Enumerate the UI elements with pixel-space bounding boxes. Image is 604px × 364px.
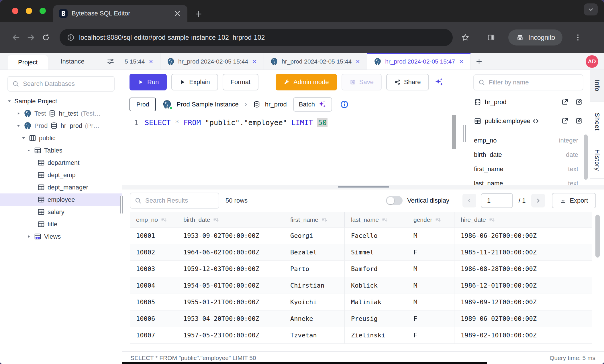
admin-mode-button[interactable]: Admin mode: [276, 74, 337, 90]
format-button[interactable]: Format: [223, 74, 259, 90]
instance-name[interactable]: Prod Sample Instance: [177, 101, 238, 108]
splitter-grip[interactable]: [463, 125, 466, 142]
tab-history[interactable]: History: [590, 142, 604, 179]
sort-icon[interactable]: [213, 217, 219, 223]
export-button[interactable]: Export: [552, 193, 596, 208]
splitter-grip[interactable]: [338, 186, 389, 188]
filter-by-name-input[interactable]: Filter by name: [473, 74, 583, 90]
close-window-button[interactable]: [12, 8, 18, 14]
external-link-icon[interactable]: [561, 98, 569, 106]
sidebar-filter-button[interactable]: [107, 58, 115, 66]
table-cell: 10001: [130, 228, 177, 244]
column-header[interactable]: birth_date: [177, 212, 284, 228]
browser-menu-button[interactable]: [570, 30, 585, 45]
next-page-button[interactable]: [531, 194, 545, 207]
back-button[interactable]: [9, 30, 23, 45]
address-bar[interactable]: localhost:8080/sql-editor/prod-sample-in…: [60, 29, 453, 46]
tab-sheet[interactable]: Sheet: [590, 102, 604, 142]
sort-icon[interactable]: [321, 217, 328, 223]
code-icon[interactable]: [532, 117, 540, 125]
search-results-input[interactable]: Search Results: [130, 193, 219, 209]
zoom-window-button[interactable]: [40, 8, 46, 14]
bookmark-button[interactable]: [458, 30, 473, 45]
column-header[interactable]: emp_no: [130, 212, 177, 228]
close-tab-icon[interactable]: [173, 9, 182, 18]
edit-icon[interactable]: [575, 98, 583, 106]
minimize-window-button[interactable]: [26, 8, 32, 14]
column-row[interactable]: birth_datedate: [467, 148, 590, 162]
side-panel-button[interactable]: [484, 30, 499, 45]
vertical-display-toggle[interactable]: [386, 196, 403, 205]
database-row[interactable]: hr_prod: [467, 93, 590, 111]
browser-tab[interactable]: Bytebase SQL Editor: [53, 5, 187, 22]
edit-icon[interactable]: [575, 117, 583, 125]
tree-item-public[interactable]: public: [0, 132, 122, 144]
column-header[interactable]: last_name: [345, 212, 407, 228]
site-info-icon[interactable]: [67, 34, 74, 41]
external-link-icon[interactable]: [561, 117, 569, 125]
search-databases-input[interactable]: Search Databases: [7, 76, 115, 92]
column-header[interactable]: gender: [407, 212, 454, 228]
results-scrollbar-thumb[interactable]: [595, 215, 600, 258]
column-row[interactable]: emp_nointeger: [467, 133, 590, 148]
page-total: / 1: [519, 197, 525, 204]
sort-icon[interactable]: [382, 217, 388, 223]
sidebar-resize-handle[interactable]: [120, 196, 123, 213]
tree-item-employee[interactable]: employee: [0, 193, 122, 206]
tab-search-button[interactable]: [584, 3, 598, 15]
column-header[interactable]: hire_date: [454, 212, 561, 228]
column-row[interactable]: last_nametext: [467, 176, 590, 185]
column-header[interactable]: first_name: [284, 212, 345, 228]
batch-button[interactable]: Batch: [293, 97, 332, 112]
tab-info[interactable]: Info: [590, 70, 604, 102]
ai-assistant-button[interactable]: [434, 77, 444, 87]
worksheet-tab[interactable]: hr_prod 2024-02-05 15:44: [264, 53, 367, 70]
tree-item-dept-manager[interactable]: dept_manager: [0, 181, 122, 193]
share-icon: [394, 79, 401, 85]
worksheet-tab[interactable]: 5 15:44: [122, 53, 160, 70]
database-name: hr_prod: [485, 98, 507, 106]
user-avatar[interactable]: AD: [586, 55, 598, 68]
run-button[interactable]: Run: [130, 74, 167, 90]
tree-item-hr-prod[interactable]: Prodhr_prod(Pr…: [0, 120, 122, 132]
tree-item-dept-emp[interactable]: dept_emp: [0, 169, 122, 181]
worksheet-tab[interactable]: hr_prod 2024-02-05 15:47: [367, 53, 471, 70]
prev-page-button[interactable]: [462, 194, 476, 207]
horizontal-splitter[interactable]: [122, 185, 604, 189]
close-tab-icon[interactable]: [355, 59, 361, 64]
add-worksheet-button[interactable]: [471, 53, 487, 70]
sort-icon[interactable]: [435, 217, 441, 223]
close-tab-icon[interactable]: [458, 59, 464, 64]
editor-scrollbar-thumb[interactable]: [452, 115, 456, 149]
sort-icon[interactable]: [161, 217, 167, 223]
sql-editor[interactable]: 1 SELECT * FROM "public"."employee" LIMI…: [122, 114, 462, 185]
tree-item-title[interactable]: title: [0, 218, 122, 230]
new-tab-icon[interactable]: [194, 10, 203, 18]
tree-item-tables[interactable]: Tables: [0, 144, 122, 157]
tab-instance[interactable]: Instance: [60, 53, 84, 70]
save-button[interactable]: Save: [342, 74, 382, 90]
table-row[interactable]: public.employee: [467, 111, 590, 131]
tree-item-sample-project[interactable]: Sample Project: [0, 95, 122, 107]
tab-project[interactable]: Project: [8, 55, 48, 70]
close-tab-icon[interactable]: [148, 59, 154, 64]
column-row[interactable]: first_nametext: [467, 162, 590, 176]
sort-icon[interactable]: [489, 217, 495, 223]
table-cell: Zielinski: [345, 327, 407, 344]
tree-item-salary[interactable]: salary: [0, 206, 122, 218]
vertical-splitter[interactable]: [462, 70, 467, 185]
tree-item-hr-test[interactable]: Testhr_test(Test…: [0, 107, 122, 120]
reload-button[interactable]: [38, 30, 53, 45]
share-button[interactable]: Share: [386, 74, 429, 90]
explain-button[interactable]: Explain: [171, 74, 218, 90]
tree-item-department[interactable]: department: [0, 157, 122, 169]
environment-chip[interactable]: Prod: [130, 98, 156, 111]
database-name[interactable]: hr_prod: [265, 101, 287, 108]
column-list-scrollbar-thumb[interactable]: [584, 134, 588, 180]
worksheet-tab[interactable]: hr_prod 2024-02-05 15:44: [160, 53, 264, 70]
forward-button[interactable]: [23, 30, 38, 45]
connection-info-button[interactable]: [340, 100, 349, 109]
page-input[interactable]: 1: [481, 193, 513, 208]
tree-item-views[interactable]: Views: [0, 230, 122, 243]
close-tab-icon[interactable]: [252, 59, 257, 64]
